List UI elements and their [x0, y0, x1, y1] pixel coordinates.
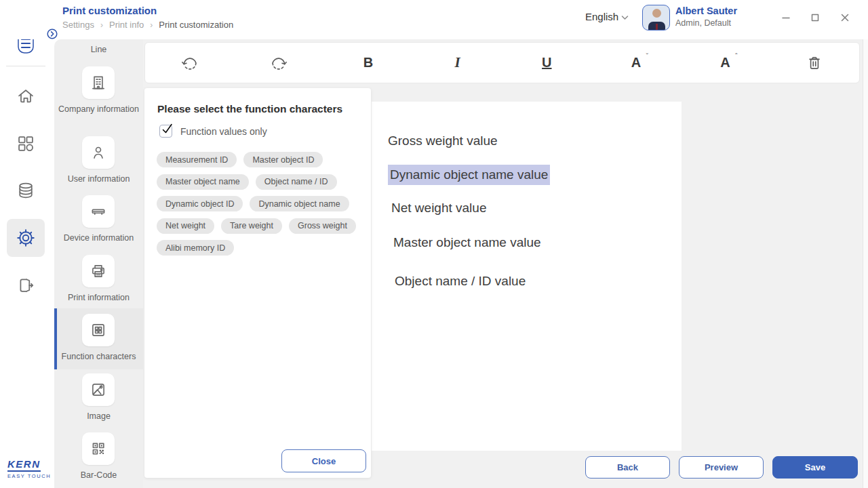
checkbox-label: Function values only [180, 126, 267, 137]
chip-measurement-id[interactable]: Measurement ID [157, 152, 237, 167]
database-icon[interactable] [7, 171, 45, 209]
sidebar-item-device-information[interactable]: Device information [54, 232, 143, 243]
undo-icon[interactable] [145, 43, 235, 83]
chip-tare-weight[interactable]: Tare weight [221, 218, 282, 234]
breadcrumb-settings[interactable]: Settings [62, 20, 94, 30]
chip-object-name-id[interactable]: Object name / ID [256, 174, 337, 190]
preview-button[interactable]: Preview [679, 456, 764, 479]
underline-label: U [542, 55, 551, 70]
sidebar-item-user-information[interactable]: User information [54, 174, 143, 184]
print-information-icon[interactable] [82, 255, 115, 287]
chip-dynamic-object-id[interactable]: Dynamic object ID [157, 196, 243, 211]
minimize-icon[interactable] [779, 11, 793, 24]
nav-rail: KERN EASY TOUCH [0, 0, 54, 488]
close-icon[interactable] [838, 11, 852, 24]
language-selector[interactable]: English [585, 11, 629, 22]
chip-master-object-name[interactable]: Master object name [157, 174, 249, 190]
breadcrumb-separator-icon: › [100, 20, 103, 30]
editor-line[interactable]: Gross weight value [388, 132, 498, 150]
underline-button[interactable]: U [502, 43, 592, 83]
panel-title: Please select the function characters [157, 103, 342, 115]
sidebar-item-print-information[interactable]: Print information [54, 292, 143, 303]
settings-icon[interactable] [7, 219, 45, 257]
print-template-editor[interactable]: Gross weight value Dynamic object name v… [372, 102, 682, 451]
kern-logo-text: KERN [7, 458, 41, 472]
sidebar-item-line[interactable]: Line [54, 44, 143, 55]
font-increase-button[interactable]: Aˆ [681, 43, 770, 83]
kern-logo: KERN EASY TOUCH [7, 458, 51, 479]
checkbox-checked-icon [159, 125, 172, 138]
user-role: Admin, Default [675, 18, 731, 28]
italic-label: I [455, 54, 460, 71]
avatar-tie [656, 24, 658, 30]
chevron-up-icon: ˆ [735, 52, 738, 60]
barcode-icon[interactable] [82, 432, 115, 465]
sidebar-item-function-characters[interactable]: Function characters [54, 351, 143, 362]
chevron-down-icon: ˇ [646, 52, 648, 60]
function-values-only-checkbox[interactable]: Function values only [159, 125, 267, 138]
sidebar-item-image[interactable]: Image [54, 411, 143, 422]
font-decrease-button[interactable]: Aˇ [591, 43, 681, 83]
sidebar-expand-button[interactable] [47, 28, 58, 39]
maximize-icon[interactable] [808, 11, 822, 24]
function-characters-icon[interactable] [82, 314, 115, 346]
editor-line[interactable]: Object name / ID value [395, 272, 526, 290]
sidebar-item-company-information[interactable]: Company information [54, 104, 143, 115]
language-label: English [585, 11, 618, 22]
rail-divider [6, 66, 45, 66]
breadcrumb-print-info[interactable]: Print info [109, 20, 144, 30]
breadcrumb: Settings › Print info › Print customizat… [62, 20, 233, 30]
function-characters-panel: Please select the function characters Fu… [144, 88, 371, 478]
user-information-icon[interactable] [82, 136, 115, 169]
editor-line-selected[interactable]: Dynamic object name value [388, 165, 550, 185]
save-button[interactable]: Save [772, 456, 858, 479]
redo-icon[interactable] [235, 43, 324, 83]
chip-master-object-id[interactable]: Master object ID [243, 152, 323, 167]
bold-label: B [363, 55, 373, 70]
chevron-down-icon [621, 15, 629, 20]
chip-dynamic-object-name[interactable]: Dynamic object name [250, 196, 349, 211]
font-increase-label: Aˆ [720, 55, 730, 70]
bold-button[interactable]: B [323, 43, 413, 83]
close-button[interactable]: Close [281, 449, 366, 472]
breadcrumb-current: Print customization [159, 20, 233, 30]
editor-line[interactable]: Master object name value [393, 234, 541, 251]
image-icon[interactable] [82, 373, 115, 406]
chip-gross-weight[interactable]: Gross weight [289, 218, 356, 234]
page-title: Print customization [62, 5, 157, 16]
chip-net-weight[interactable]: Net weight [157, 218, 214, 234]
editor-line[interactable]: Net weight value [391, 199, 486, 217]
device-information-icon[interactable] [82, 195, 115, 228]
header: Print customization Settings › Print inf… [0, 0, 868, 39]
app-window: Print customization Settings › Print inf… [0, 0, 868, 488]
font-decrease-label: Aˇ [631, 55, 641, 70]
sidebar-item-bar-code[interactable]: Bar-Code [54, 470, 143, 481]
print-sections-sidebar: Line Company information User informatio… [54, 39, 143, 488]
vertical-scrollbar[interactable] [863, 39, 868, 488]
kern-logo-subtitle: EASY TOUCH [7, 473, 51, 479]
function-chip-list: Measurement ID Master object ID Master o… [157, 152, 361, 256]
back-button[interactable]: Back [585, 456, 670, 479]
avatar[interactable] [642, 5, 670, 30]
breadcrumb-separator-icon: › [150, 20, 153, 30]
user-name[interactable]: Albert Sauter [675, 5, 737, 16]
apps-icon[interactable] [7, 125, 45, 163]
avatar-head [652, 9, 661, 18]
company-information-icon[interactable] [82, 66, 115, 99]
italic-button[interactable]: I [413, 43, 502, 83]
format-toolbar: B I U Aˇ Aˆ [144, 42, 860, 83]
chip-alibi-memory-id[interactable]: Alibi memory ID [157, 240, 234, 256]
home-icon[interactable] [7, 77, 45, 115]
logout-icon[interactable] [7, 266, 45, 304]
delete-icon[interactable] [770, 43, 859, 83]
